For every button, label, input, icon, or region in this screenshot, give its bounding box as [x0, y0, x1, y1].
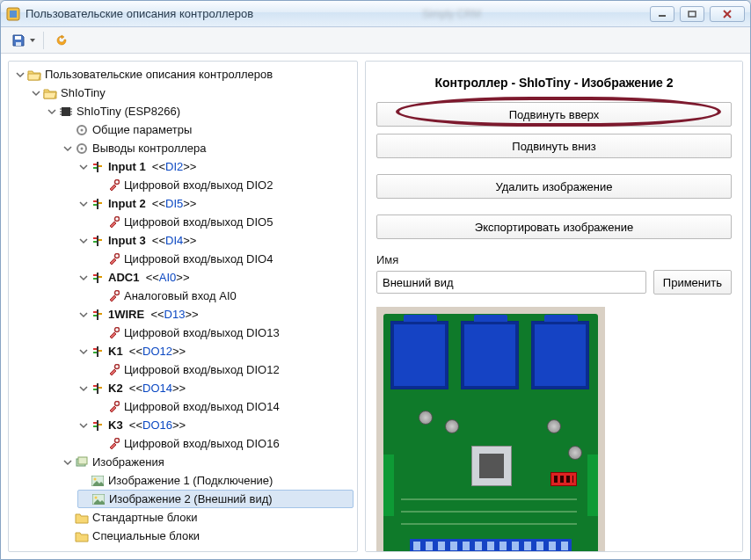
maximize-button[interactable] — [680, 6, 704, 22]
tree-io-input2[interactable]: Input 2 <<DI5>> — [77, 194, 357, 213]
svg-rect-24 — [97, 199, 98, 209]
image-stack-icon — [75, 455, 89, 469]
pin-icon — [91, 345, 105, 359]
tree-io-k2-sub[interactable]: Цифровой вход/выход DIO14 — [93, 397, 357, 416]
svg-rect-57 — [98, 424, 102, 425]
chevron-down-icon[interactable] — [46, 105, 57, 117]
tree-io-onewire-sub[interactable]: Цифровой вход/выход DIO13 — [93, 324, 357, 342]
tree-io-k3[interactable]: K3 <<DO16>> — [77, 416, 357, 434]
save-button[interactable] — [8, 30, 29, 51]
chevron-down-icon[interactable] — [77, 235, 89, 246]
chevron-down-icon[interactable] — [62, 142, 73, 154]
svg-rect-55 — [93, 422, 97, 424]
tree-image-2[interactable]: Изображение 2 (Внешний вид) — [77, 490, 354, 508]
image-icon — [91, 474, 105, 488]
tree-shiotiny-esp[interactable]: ShIoTiny (ESP8266) — [46, 102, 357, 120]
pin-icon — [91, 234, 105, 248]
tree-io-k2[interactable]: K2 <<DO14>> — [77, 379, 357, 397]
tree-outputs[interactable]: Выводы контроллера — [62, 139, 357, 157]
chevron-down-icon[interactable] — [77, 309, 89, 320]
app-icon — [6, 7, 20, 21]
chevron-down-icon[interactable] — [30, 87, 41, 98]
svg-rect-36 — [93, 278, 97, 280]
gear-icon — [75, 142, 89, 156]
svg-rect-31 — [93, 241, 97, 243]
tree-io-input2-sub[interactable]: Цифровой вход/выход DIO5 — [93, 213, 357, 231]
tree-io-input1[interactable]: Input 1 <<DI2>> — [77, 157, 357, 176]
window-title: Пользовательские описания контроллеров — [26, 7, 253, 20]
pin-icon — [91, 197, 105, 211]
tree-shiotiny[interactable]: ShIoTiny — [30, 84, 357, 102]
tree-io-k3-sub[interactable]: Цифровой вход/выход DIO16 — [93, 434, 357, 453]
tree-io-input3[interactable]: Input 3 <<DI4>> — [77, 231, 357, 250]
pin-icon — [91, 418, 105, 433]
pin-icon — [91, 308, 105, 322]
tools-icon — [106, 178, 120, 193]
svg-point-64 — [95, 496, 98, 498]
save-dropdown[interactable] — [29, 30, 36, 51]
tree-io-k1-sub[interactable]: Цифровой вход/выход DIO12 — [93, 360, 357, 379]
tree-io-input3-sub[interactable]: Цифровой вход/выход DIO4 — [93, 250, 357, 268]
titlebar: Пользовательские описания контроллеров S… — [1, 1, 750, 27]
chevron-down-icon[interactable] — [14, 69, 26, 80]
chevron-down-icon[interactable] — [77, 161, 89, 172]
svg-point-43 — [115, 327, 120, 331]
tree-io-adc1[interactable]: ADC1 <<AI0>> — [77, 268, 357, 287]
tools-icon — [106, 252, 120, 266]
svg-rect-3 — [689, 11, 696, 17]
svg-rect-2 — [659, 15, 666, 17]
chevron-down-icon[interactable] — [77, 382, 89, 394]
close-button[interactable] — [710, 6, 745, 22]
tree-common-params[interactable]: Общие параметры — [62, 120, 357, 139]
tools-icon — [106, 326, 120, 340]
svg-rect-21 — [93, 167, 97, 169]
svg-point-28 — [115, 216, 120, 221]
tools-icon — [106, 437, 120, 451]
chevron-down-icon[interactable] — [77, 272, 89, 283]
folder-open-icon — [43, 86, 57, 100]
tree-std-blocks[interactable]: Стандартные блоки — [62, 508, 357, 527]
tree-io-k1[interactable]: K1 <<DO12>> — [77, 342, 357, 360]
tree-images[interactable]: Изображения — [62, 453, 357, 471]
svg-rect-8 — [62, 107, 70, 116]
apply-button[interactable]: Применить — [653, 270, 732, 295]
pin-icon — [91, 382, 105, 396]
svg-rect-54 — [97, 420, 98, 431]
folder-icon — [75, 511, 89, 525]
delete-image-button[interactable]: Удалить изображение — [376, 174, 732, 199]
svg-point-62 — [94, 477, 97, 480]
svg-rect-32 — [98, 239, 102, 241]
svg-point-53 — [115, 401, 120, 405]
detail-title: Контроллер - ShIoTiny - Изображение 2 — [376, 76, 732, 90]
minimize-button[interactable] — [650, 6, 674, 22]
tree-io-adc1-sub[interactable]: Аналоговый вход AI0 — [93, 287, 357, 305]
tools-icon — [106, 215, 120, 229]
move-down-button[interactable]: Подвинуть вниз — [376, 134, 732, 158]
tree-image-1[interactable]: Изображение 1 (Подключение) — [77, 471, 357, 490]
tree-root[interactable]: Пользовательские описания контроллеров — [14, 65, 357, 84]
name-input[interactable] — [376, 271, 646, 294]
svg-point-48 — [115, 364, 120, 368]
svg-rect-40 — [93, 311, 97, 313]
chevron-down-icon[interactable] — [77, 198, 89, 209]
tree-io-onewire[interactable]: 1WIRE <<D13>> — [77, 305, 357, 324]
chevron-down-icon[interactable] — [77, 345, 89, 357]
refresh-button[interactable] — [51, 30, 72, 51]
toolbar-separator — [43, 32, 44, 49]
tree-io-input1-sub[interactable]: Цифровой вход/выход DIO2 — [93, 176, 357, 194]
export-image-button[interactable]: Экспортировать изображение — [376, 215, 732, 239]
tree-spec-blocks[interactable]: Специальные блоки — [62, 527, 357, 545]
svg-point-58 — [115, 438, 120, 442]
tree-pane[interactable]: Пользовательские описания контроллеров S… — [8, 61, 358, 552]
svg-rect-27 — [98, 202, 102, 204]
svg-rect-30 — [93, 237, 97, 239]
tree-esp-label: ShIoTiny (ESP8266) — [77, 105, 180, 118]
chevron-down-icon[interactable] — [62, 456, 73, 468]
svg-point-23 — [115, 179, 120, 184]
move-up-button[interactable]: Подвинуть вверх — [376, 102, 732, 127]
svg-rect-51 — [93, 389, 97, 390]
tree-root-label: Пользовательские описания контроллеров — [45, 68, 273, 81]
chevron-down-icon[interactable] — [77, 419, 89, 431]
tools-icon — [106, 400, 120, 414]
name-label: Имя — [376, 253, 732, 266]
